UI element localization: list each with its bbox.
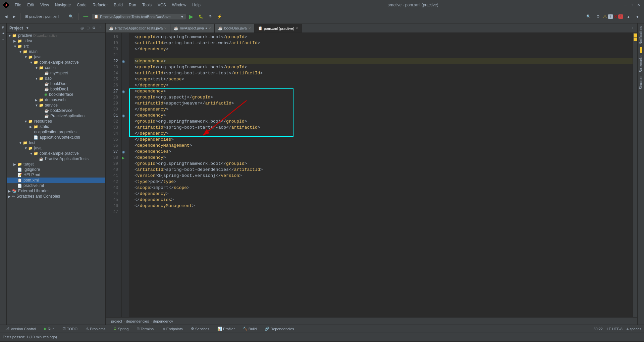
tree-item-static[interactable]: ▶ 📁 static [7, 124, 105, 129]
settings-btn[interactable]: ⚙ [594, 13, 602, 20]
endpoints-tab[interactable]: ◈ Endpoints [160, 326, 185, 332]
tree-item-gitignore[interactable]: 📄 .gitignore [7, 167, 105, 172]
tree-item-bookdao1[interactable]: ☕ bookDao1 [7, 86, 105, 92]
breadcrumb-item-project[interactable]: project [111, 319, 122, 323]
tree-item-bookdao[interactable]: ☕ bookDao [7, 81, 105, 86]
coverage-button[interactable]: ☂ [207, 13, 214, 20]
tab-close-btn[interactable]: ✕ [248, 26, 251, 30]
minimize-button[interactable]: ─ [623, 2, 628, 8]
tree-item-main[interactable]: ▼ 📁 main [7, 49, 105, 54]
tree-item-practive[interactable]: ▼ 📁 practive D:\work\practive [7, 33, 105, 38]
more-tabs-btn[interactable]: ⋮ [628, 25, 637, 32]
xml-file-icon: 📄 [34, 135, 38, 140]
toolbar-search-everywhere[interactable]: 🔍 [67, 13, 75, 20]
tab-book-dao[interactable]: ☕ bookDao.java ✕ [215, 24, 254, 32]
menu-build[interactable]: Build [111, 2, 125, 8]
tree-item-test[interactable]: ▼ 📁 test [7, 140, 105, 145]
project-options-icon[interactable]: ⋮ [98, 25, 103, 31]
tree-item-help-md[interactable]: 📝 HELP.md [7, 172, 105, 178]
breadcrumb-item-dependencies[interactable]: dependencies [126, 319, 149, 323]
toolbar-forward-btn[interactable]: ▶ [11, 13, 17, 20]
tree-item-scratches[interactable]: ▶ ✏ Scratches and Consoles [7, 194, 105, 199]
tree-item-bookservice[interactable]: ☕ bookService [7, 108, 105, 113]
tab-close-btn[interactable]: ✕ [208, 26, 211, 30]
tree-item-myaspect[interactable]: ☕ myAspect [7, 70, 105, 76]
breadcrumb: project › dependencies › dependency [106, 317, 637, 325]
tree-item-practive-iml[interactable]: 📄 practive.iml [7, 183, 105, 188]
tree-item-com-example[interactable]: ▼ 📁 com.example.practive [7, 60, 105, 65]
tree-item-config[interactable]: ▼ 📁 config [7, 65, 105, 70]
tree-item-ext-libs[interactable]: ▶ 📚 External Libraries [7, 188, 105, 194]
menu-refactor[interactable]: Refactor [90, 2, 110, 8]
notifications-panel[interactable]: Notifications [638, 25, 643, 46]
toolbar-recent-files[interactable]: ⊞ practive / pom.xml [23, 13, 61, 20]
tree-item-service[interactable]: ▼ 📁 service [7, 102, 105, 108]
toolbar-back-btn[interactable]: ◀ [3, 13, 9, 20]
tree-item-target[interactable]: ▶ 📁 target [7, 161, 105, 167]
tree-item-src[interactable]: ▼ 📁 src [7, 44, 105, 49]
project-dropdown-arrow[interactable]: ▼ [26, 26, 29, 30]
bookmarks-icon[interactable]: ★ [1, 31, 6, 36]
services-tab[interactable]: ⚙ Services [188, 326, 212, 332]
close-button[interactable]: ✕ [636, 2, 641, 8]
run-button[interactable]: ▶ [187, 12, 195, 21]
tree-label: bookDao1 [50, 87, 69, 91]
terminal-tab[interactable]: ⊞ Terminal [134, 326, 157, 332]
tab-close-btn[interactable]: ✕ [296, 26, 298, 30]
menu-window[interactable]: Window [169, 2, 189, 8]
menu-navigate[interactable]: Navigate [52, 2, 73, 8]
folder-icon: 📁 [23, 50, 28, 54]
version-control-tab[interactable]: ⎇ Version Control [3, 326, 39, 332]
run-tab[interactable]: ▶ Run [41, 326, 57, 332]
maximize-button[interactable]: □ [629, 2, 635, 8]
dependencies-tab[interactable]: 🔗 Dependencies [262, 326, 297, 332]
tree-item-app-context[interactable]: 📄 applicationContext.xml [7, 135, 105, 140]
profile-button[interactable]: ⚡ [215, 13, 224, 20]
tree-item-dao[interactable]: ▼ 📁 dao [7, 76, 105, 81]
search-btn[interactable]: 🔍 [584, 13, 593, 20]
menu-view[interactable]: View [38, 2, 52, 8]
code-editor[interactable]: <groupId>org.springframework.boot</group… [129, 33, 633, 317]
menu-tools[interactable]: Tools [140, 2, 154, 8]
toolbar-nav-back[interactable]: ⟵ [81, 13, 91, 20]
bookmarks-panel[interactable]: Bookmarks [638, 54, 643, 74]
tab-close-btn[interactable]: ✕ [164, 26, 167, 30]
structure-icon[interactable]: ≡ [1, 37, 6, 42]
run-gutter-icon-38[interactable]: ▶ [122, 156, 124, 160]
problems-tab[interactable]: ⚠ Problems [83, 326, 108, 332]
collapse-all-icon[interactable]: ⊟ [86, 25, 90, 31]
tree-item-java-main[interactable]: ▼ 📁 java [7, 54, 105, 60]
menu-run[interactable]: Run [126, 2, 139, 8]
menu-code[interactable]: Code [74, 2, 89, 8]
tab-practive-app-tests[interactable]: ☕ PractiveApplicationTests.java ✕ [106, 24, 170, 32]
project-settings-icon[interactable]: ⚙ [92, 25, 96, 31]
breadcrumb-item-dependency[interactable]: dependency [153, 319, 173, 323]
build-tab[interactable]: 🔨 Build [240, 326, 259, 332]
profiler-tab[interactable]: 📊 Profiler [215, 326, 237, 332]
menu-edit[interactable]: Edit [24, 2, 37, 8]
tree-item-app-properties[interactable]: ⚙ application.properties [7, 129, 105, 135]
todo-tab[interactable]: ☑ TODO [60, 326, 80, 332]
chevron-down-btn[interactable]: ▼ [634, 13, 641, 20]
tree-item-practive-app[interactable]: ☕ PractiveApplication [7, 113, 105, 119]
tree-item-java-test[interactable]: ▼ 📁 java [7, 145, 105, 151]
locate-file-icon[interactable]: ◎ [80, 25, 85, 31]
project-panel-toggle[interactable]: P [1, 25, 6, 30]
menu-vcs[interactable]: VCS [155, 2, 169, 8]
tree-item-bookinterface[interactable]: ◉ bookInterface [7, 92, 105, 97]
menu-file[interactable]: File [12, 2, 24, 8]
spring-tab[interactable]: ⚙ Spring [111, 326, 131, 332]
tree-item-idea[interactable]: ▶ 📁 .idea [7, 38, 105, 44]
tab-pom-xml[interactable]: 📋 pom.xml (practive) ✕ [255, 24, 302, 32]
tree-item-practive-app-tests[interactable]: ☕ PractiveApplicationTests [7, 156, 105, 161]
tree-item-com-example-test[interactable]: ▼ 📁 com.example.practive [7, 151, 105, 156]
tree-item-demos-web[interactable]: ▶ 📁 demos.web [7, 97, 105, 102]
structure-panel[interactable]: Structure [638, 74, 643, 91]
chevron-up-btn[interactable]: ▲ [625, 13, 632, 20]
tab-my-aspect[interactable]: ☕ myAspect.java ● ✕ [170, 24, 215, 32]
tree-item-pom-xml[interactable]: 📋 pom.xml [7, 178, 105, 183]
tree-item-resources[interactable]: ▼ 📁 resources [7, 119, 105, 124]
menu-help[interactable]: Help [190, 2, 203, 8]
debug-button[interactable]: 🐛 [197, 13, 205, 20]
run-config-selector[interactable]: 📋 PractiveApplicationTests.textBookDaoSa… [92, 14, 186, 19]
